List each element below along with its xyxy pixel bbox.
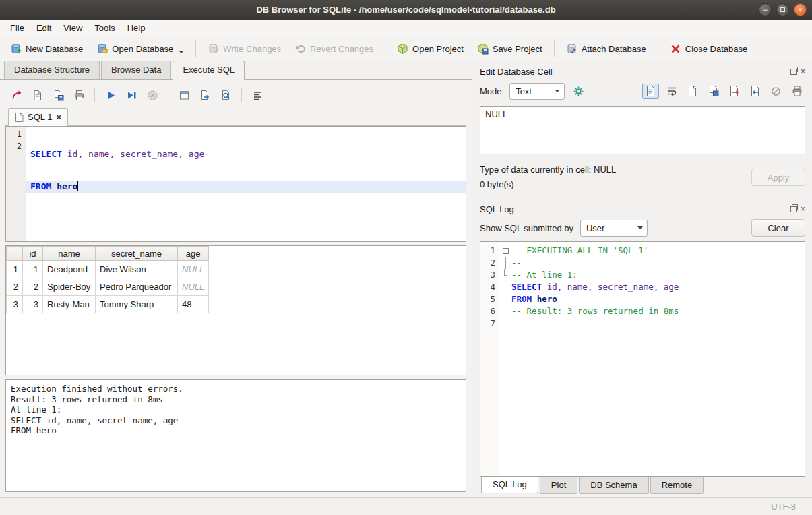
editor-code-area[interactable]: SELECT id, name, secret_name, age FROM h… — [26, 127, 466, 241]
cell-name[interactable]: Spider-Boy — [43, 278, 96, 296]
encoding-indicator[interactable]: UTF-8 — [771, 502, 796, 512]
tab-db-schema[interactable]: DB Schema — [579, 477, 648, 494]
fold-elbow — [504, 269, 507, 276]
column-header-id[interactable]: id — [23, 247, 43, 261]
apply-button[interactable]: Apply — [751, 169, 805, 186]
cell-id[interactable]: 3 — [23, 296, 43, 313]
cell-type-info: Type of data currently in cell: NULL — [480, 162, 751, 177]
dock-float-icon[interactable] — [790, 206, 797, 212]
open-database-dropdown-icon[interactable] — [179, 51, 184, 53]
tab-plot[interactable]: Plot — [540, 477, 577, 494]
window-controls: − × — [759, 3, 807, 16]
export-cell-button[interactable] — [726, 84, 743, 99]
minimize-button[interactable]: − — [759, 3, 772, 16]
open-database-button[interactable]: Open Database — [90, 40, 190, 58]
attach-database-button[interactable]: Attach Database — [560, 40, 652, 58]
submitter-select[interactable]: User — [580, 220, 648, 237]
new-window-button[interactable] — [176, 87, 192, 103]
mode-select[interactable]: Text — [509, 83, 565, 100]
write-changes-icon — [208, 43, 219, 55]
import-cell-button[interactable] — [747, 84, 763, 99]
titlebar[interactable]: DB Browser for SQLite - /home/user/code/… — [0, 0, 812, 20]
cell-age[interactable]: NULL — [178, 261, 209, 278]
log-line: -- — [499, 257, 805, 269]
cell-name[interactable]: Deadpond — [43, 261, 96, 278]
close-button[interactable]: × — [794, 3, 807, 16]
write-changes-button[interactable]: Write Changes — [201, 40, 287, 58]
execute-current-line-button[interactable] — [123, 87, 139, 103]
log-line: -- EXECUTING ALL IN 'SQL 1' — [499, 245, 805, 257]
left-pane: Database Structure Browse Data Execute S… — [0, 61, 472, 497]
cell-secret-name[interactable]: Dive Wilson — [96, 261, 178, 278]
clear-button[interactable]: Clear — [751, 219, 805, 237]
toolbar-separator — [658, 40, 658, 57]
table-row[interactable]: 3 3 Rusty-Man Tommy Sharp 48 — [7, 296, 209, 313]
cell-editor-body[interactable] — [503, 107, 805, 154]
text-cursor — [77, 181, 78, 191]
sql-log-title: SQL Log — [480, 204, 790, 214]
revert-changes-button[interactable]: Revert Changes — [288, 40, 379, 58]
menu-tools[interactable]: Tools — [88, 21, 121, 35]
tab-sql-log[interactable]: SQL Log — [481, 477, 538, 493]
sql-editor[interactable]: 1 2 SELECT id, name, secret_name, age FR… — [5, 126, 466, 242]
stop-button[interactable] — [144, 87, 160, 103]
maximize-button[interactable] — [776, 3, 789, 16]
sql-tab-close-icon[interactable]: × — [56, 112, 61, 122]
auto-mode-button[interactable] — [570, 84, 587, 99]
cell-name[interactable]: Rusty-Man — [43, 296, 96, 313]
cell-editor[interactable]: NULL — [480, 106, 805, 154]
message-line: Result: 3 rows returned in 8ms — [11, 394, 461, 405]
cell-age[interactable]: 48 — [178, 296, 209, 313]
open-tab-button[interactable] — [8, 87, 24, 103]
save-document-icon — [708, 86, 719, 96]
menu-view[interactable]: View — [57, 21, 88, 35]
sql-tab[interactable]: SQL 1 × — [8, 108, 68, 126]
menu-file[interactable]: File — [4, 21, 30, 35]
format-sql-button[interactable] — [249, 87, 266, 103]
menu-help[interactable]: Help — [121, 21, 152, 35]
cell-size-info: 0 byte(s) — [480, 177, 751, 192]
new-database-button[interactable]: New Database — [4, 40, 89, 58]
toolbar-separator — [385, 40, 385, 57]
cell-age[interactable]: NULL — [178, 278, 209, 296]
main-toolbar: New Database Open Database Write Changes… — [0, 36, 812, 61]
text-view-button[interactable] — [642, 84, 659, 99]
save-sql-file-icon — [53, 90, 64, 101]
table-row[interactable]: 1 1 Deadpond Dive Wilson NULL — [7, 261, 209, 278]
edit-cell-title: Edit Database Cell — [480, 67, 790, 77]
cell-secret-name[interactable]: Tommy Sharp — [96, 296, 178, 313]
filter-label: Show SQL submitted by — [480, 223, 573, 233]
cell-id[interactable]: 2 — [23, 278, 43, 296]
column-header-name[interactable]: name — [43, 247, 96, 261]
execute-all-button[interactable] — [102, 87, 119, 103]
open-project-button[interactable]: Open Project — [391, 40, 470, 58]
column-header-age[interactable]: age — [178, 247, 209, 261]
tab-remote[interactable]: Remote — [650, 477, 704, 494]
save-document-button[interactable] — [705, 84, 722, 99]
print-cell-button[interactable] — [788, 84, 805, 99]
table-row[interactable]: 2 2 Spider-Boy Pedro Parqueador NULL — [7, 278, 209, 296]
cell-secret-name[interactable]: Pedro Parqueador — [96, 278, 178, 296]
open-sql-file-button[interactable] — [29, 87, 45, 103]
column-header-secret-name[interactable]: secret_name — [96, 247, 178, 261]
find-replace-button[interactable] — [218, 87, 234, 103]
dock-close-icon[interactable]: × — [801, 205, 805, 213]
save-project-button[interactable]: Save Project — [471, 40, 549, 58]
dock-float-icon[interactable] — [790, 69, 797, 75]
new-document-button[interactable] — [684, 84, 701, 99]
menubar: File Edit View Tools Help — [0, 20, 812, 36]
save-sql-file-button[interactable] — [50, 87, 66, 103]
word-wrap-button[interactable] — [663, 84, 680, 99]
tab-browse-data[interactable]: Browse Data — [101, 61, 171, 79]
print-button[interactable] — [71, 87, 87, 103]
export-sql-button[interactable] — [197, 87, 213, 103]
set-null-button[interactable] — [768, 84, 784, 99]
cell-id[interactable]: 1 — [23, 261, 43, 278]
close-database-button[interactable]: Close Database — [664, 40, 754, 58]
tab-execute-sql[interactable]: Execute SQL — [173, 61, 245, 80]
results-header-row: id name secret_name age — [7, 247, 209, 261]
dock-close-icon[interactable]: × — [801, 67, 805, 75]
menu-edit[interactable]: Edit — [30, 21, 57, 35]
tab-database-structure[interactable]: Database Structure — [4, 61, 100, 79]
fold-collapse-icon[interactable] — [503, 248, 509, 254]
